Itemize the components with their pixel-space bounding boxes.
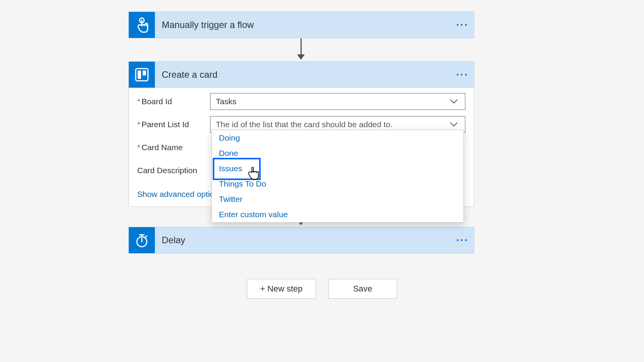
- parent-list-id-label: *Parent List Id: [137, 120, 210, 129]
- create-card-title: Create a card: [155, 69, 451, 80]
- board-id-value: Tasks: [216, 97, 448, 106]
- trigger-step-card[interactable]: Manually trigger a flow ···: [128, 11, 474, 38]
- trigger-step-title: Manually trigger a flow: [155, 20, 451, 30]
- create-card-header[interactable]: Create a card ···: [129, 62, 474, 88]
- trigger-step-header[interactable]: Manually trigger a flow ···: [129, 12, 474, 38]
- dropdown-option-custom[interactable]: Enter custom value: [212, 207, 463, 222]
- dropdown-option-done[interactable]: Done: [212, 146, 463, 161]
- dropdown-option-twitter[interactable]: Twitter: [212, 192, 463, 207]
- board-id-row: *Board Id Tasks: [137, 93, 465, 110]
- svg-line-9: [146, 236, 147, 237]
- delay-step-card[interactable]: Delay ···: [128, 227, 474, 254]
- board-id-label: *Board Id: [137, 97, 210, 106]
- chevron-down-icon: [448, 122, 460, 127]
- parent-list-dropdown: Doing Done Issues Things To Do Twitter E…: [212, 130, 464, 223]
- card-name-label: *Card Name: [137, 143, 210, 152]
- dropdown-option-doing[interactable]: Doing: [212, 130, 463, 146]
- save-button[interactable]: Save: [328, 279, 397, 299]
- timer-icon: [129, 227, 155, 253]
- svg-rect-3: [138, 70, 141, 79]
- trello-icon: [129, 62, 155, 88]
- delay-step-menu-button[interactable]: ···: [451, 234, 474, 246]
- connector-arrow-1: [301, 38, 302, 58]
- delay-step-header[interactable]: Delay ···: [129, 227, 474, 253]
- svg-rect-4: [143, 70, 146, 75]
- footer-actions: + New step Save: [0, 279, 644, 299]
- flow-designer-canvas: Manually trigger a flow ··· Create a car…: [0, 0, 644, 362]
- touch-icon: [129, 12, 155, 38]
- dropdown-option-issues[interactable]: Issues: [212, 161, 463, 176]
- parent-list-id-placeholder: The id of the list that the card should …: [216, 120, 448, 129]
- chevron-down-icon: [448, 99, 460, 104]
- create-card-menu-button[interactable]: ···: [451, 69, 474, 81]
- card-description-label: Card Description: [137, 166, 210, 175]
- trigger-step-menu-button[interactable]: ···: [451, 19, 474, 31]
- delay-step-title: Delay: [155, 235, 451, 246]
- new-step-button[interactable]: + New step: [247, 279, 316, 299]
- dropdown-option-things-to-do[interactable]: Things To Do: [212, 176, 463, 192]
- board-id-select[interactable]: Tasks: [210, 93, 465, 110]
